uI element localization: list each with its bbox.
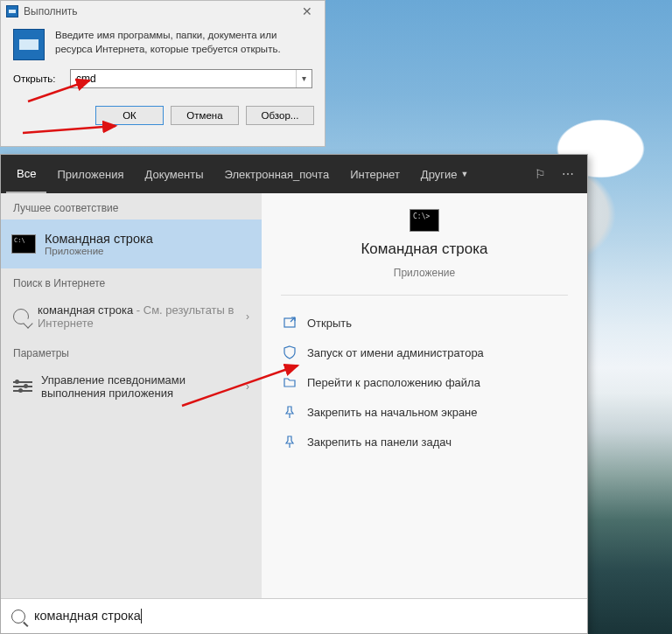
shield-icon — [283, 345, 297, 359]
open-label: Открыть: — [13, 73, 61, 84]
chevron-right-icon: › — [246, 380, 249, 393]
detail-title: Командная строка — [360, 240, 487, 258]
tab-all[interactable]: Все — [6, 155, 46, 193]
run-description: Введите имя программы, папки, документа … — [55, 29, 312, 60]
run-titlebar[interactable]: Выполнить ✕ — [1, 1, 325, 22]
run-combobox[interactable]: ▾ — [70, 69, 312, 88]
tab-more[interactable]: Другие▼ — [410, 155, 480, 193]
tab-internet[interactable]: Интернет — [340, 155, 410, 193]
web-search-text: командная строка - См. результаты в Инте… — [38, 303, 237, 330]
detail-subtitle: Приложение — [394, 267, 455, 279]
search-window: Все Приложения Документы Электронная_поч… — [0, 154, 588, 634]
feedback-icon[interactable]: ⚐ — [526, 167, 554, 181]
cmd-icon — [410, 209, 439, 232]
open-icon — [283, 316, 297, 330]
pin-icon — [283, 405, 297, 419]
action-pin-taskbar[interactable]: Закрепить на панели задач — [279, 427, 570, 456]
sliders-icon — [13, 381, 32, 392]
run-icon — [6, 5, 18, 17]
ok-button[interactable]: ОК — [95, 106, 164, 125]
pin-icon — [283, 435, 297, 449]
chevron-right-icon: › — [246, 310, 249, 323]
chevron-down-icon: ▼ — [460, 170, 468, 178]
cmd-icon — [11, 234, 36, 254]
folder-icon — [283, 375, 297, 389]
best-match-subtitle: Приложение — [45, 246, 153, 256]
run-logo-icon — [13, 29, 45, 60]
best-match-item[interactable]: Командная строка Приложение — [1, 219, 262, 268]
web-search-item[interactable]: командная строка - См. результаты в Инте… — [1, 295, 262, 338]
search-tabs: Все Приложения Документы Электронная_поч… — [1, 155, 587, 193]
settings-item-label: Управление псевдонимами выполнения прило… — [41, 373, 237, 400]
results-pane: Лучшее соответствие Командная строка При… — [1, 193, 262, 598]
search-icon — [11, 610, 25, 624]
cancel-button[interactable]: Отмена — [171, 106, 239, 125]
action-open[interactable]: Открыть — [279, 308, 570, 338]
run-input[interactable] — [71, 73, 296, 85]
chevron-down-icon[interactable]: ▾ — [296, 70, 312, 87]
tab-apps[interactable]: Приложения — [46, 155, 134, 193]
tab-email[interactable]: Электронная_почта — [214, 155, 340, 193]
search-icon — [13, 309, 29, 324]
browse-button[interactable]: Обзор... — [246, 106, 314, 125]
action-run-admin[interactable]: Запуск от имени администратора — [279, 338, 570, 367]
action-pin-start[interactable]: Закрепить на начальном экране — [279, 397, 570, 427]
search-input[interactable]: командная строка — [34, 609, 577, 624]
settings-item[interactable]: Управление псевдонимами выполнения прило… — [1, 365, 262, 408]
run-title-text: Выполнить — [24, 5, 78, 17]
close-icon[interactable]: ✕ — [295, 4, 319, 18]
search-bar[interactable]: командная строка — [1, 598, 587, 633]
run-dialog: Выполнить ✕ Введите имя программы, папки… — [0, 0, 326, 147]
section-best-match: Лучшее соответствие — [1, 193, 262, 219]
best-match-title: Командная строка — [45, 232, 153, 246]
tab-documents[interactable]: Документы — [134, 155, 214, 193]
detail-pane: Командная строка Приложение Открыть Запу… — [262, 193, 587, 598]
more-icon[interactable]: ⋯ — [554, 167, 582, 181]
action-file-location[interactable]: Перейти к расположению файла — [279, 367, 570, 397]
section-parameters: Параметры — [1, 338, 262, 365]
section-web: Поиск в Интернете — [1, 268, 262, 295]
